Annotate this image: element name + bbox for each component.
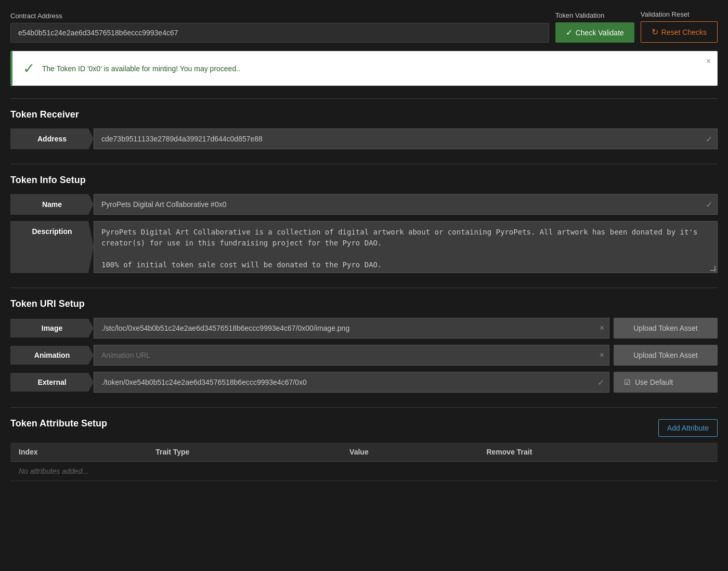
add-attribute-button[interactable]: Add Attribute (658, 419, 718, 437)
image-field-row: Image × Upload Token Asset (10, 318, 718, 339)
animation-input[interactable] (94, 345, 609, 366)
external-label: External (10, 373, 94, 392)
reset-checks-label: Reset Checks (661, 28, 707, 36)
contract-address-input[interactable] (10, 23, 549, 43)
external-field-row: External ✓ ☑ Use Default (10, 372, 718, 393)
col-index: Index (10, 443, 147, 462)
alert-check-icon: ✓ (23, 60, 35, 77)
name-input[interactable] (94, 194, 718, 215)
check-validate-label: Check Validate (576, 29, 624, 37)
validation-reset-label: Validation Reset (641, 10, 718, 18)
token-validation-label: Token Validation (555, 11, 634, 19)
empty-message: No attributes added... (10, 462, 718, 481)
animation-label: Animation (10, 346, 94, 365)
alert-close-button[interactable]: × (706, 57, 711, 66)
image-label: Image (10, 319, 94, 338)
use-default-label: Use Default (635, 378, 673, 386)
animation-clear-icon[interactable]: × (600, 351, 604, 360)
use-default-button[interactable]: ☑ Use Default (614, 372, 718, 393)
token-receiver-header: Token Receiver (10, 109, 718, 120)
textarea-resize-handle[interactable] (710, 266, 716, 271)
reset-checks-button[interactable]: ↻ Reset Checks (641, 21, 718, 43)
image-clear-icon[interactable]: × (600, 323, 604, 333)
description-field-row: Description PyroPets Digital Art Collabo… (10, 221, 718, 273)
animation-upload-button[interactable]: Upload Token Asset (614, 345, 718, 366)
name-label: Name (10, 194, 94, 215)
address-field-row: Address ✓ (10, 128, 718, 149)
description-label: Description (10, 221, 94, 273)
success-alert: ✓ The Token ID '0x0' is available for mi… (10, 51, 718, 86)
name-field-row: Name ✓ (10, 194, 718, 215)
token-attribute-setup-header: Token Attribute Setup (10, 418, 107, 429)
check-validate-button[interactable]: ✓ Check Validate (555, 22, 634, 43)
attribute-table: Index Trait Type Value Remove Trait No a… (10, 443, 718, 481)
token-uri-setup-header: Token URI Setup (10, 299, 718, 309)
contract-address-label: Contract Address (10, 12, 549, 20)
name-check-icon: ✓ (706, 200, 712, 210)
image-input[interactable] (94, 318, 609, 339)
address-input[interactable] (94, 128, 718, 149)
use-default-checkbox-icon: ☑ (624, 378, 631, 386)
col-value: Value (341, 443, 478, 462)
description-textarea[interactable]: PyroPets Digital Art Collaborative is a … (94, 221, 718, 273)
token-info-setup-header: Token Info Setup (10, 175, 718, 186)
address-label: Address (10, 128, 94, 149)
image-upload-button[interactable]: Upload Token Asset (614, 318, 718, 339)
external-check-icon: ✓ (597, 378, 604, 387)
table-empty-row: No attributes added... (10, 462, 718, 481)
checkmark-icon: ✓ (566, 28, 573, 37)
alert-message: The Token ID '0x0' is available for mint… (42, 64, 707, 73)
address-check-icon: ✓ (706, 134, 712, 144)
col-remove-trait: Remove Trait (478, 443, 718, 462)
refresh-icon: ↻ (652, 27, 658, 37)
external-input[interactable] (94, 372, 609, 393)
col-trait-type: Trait Type (147, 443, 341, 462)
animation-field-row: Animation × Upload Token Asset (10, 345, 718, 366)
